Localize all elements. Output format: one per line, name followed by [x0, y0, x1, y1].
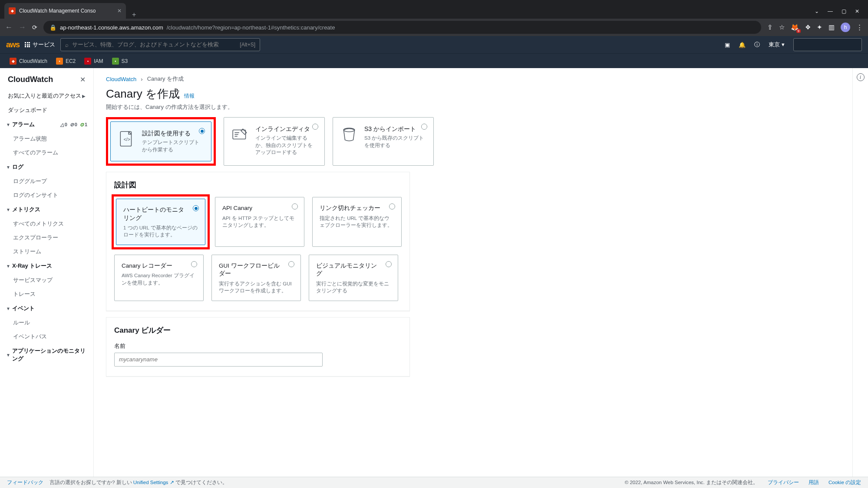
sidebar-item-alarm-state[interactable]: アラーム状態: [0, 132, 93, 146]
unified-settings-link[interactable]: Unified Settings ↗: [133, 480, 174, 485]
right-rail: i: [852, 68, 868, 488]
grid-icon: [25, 42, 30, 47]
method-card-s3[interactable]: S3 からインポート S3 から既存のスクリプトを使用する: [333, 117, 434, 166]
fav-s3[interactable]: ▪S3: [109, 58, 132, 65]
footer: フィードバック 言語の選択をお探しですか? 新しい Unified Settin…: [0, 477, 868, 488]
method-card-title: S3 からインポート: [364, 125, 426, 133]
bp-card-recorder[interactable]: Canary レコーダー AWS Canary Recorder プラグインを使…: [114, 255, 204, 301]
method-card-desc: S3 から既存のスクリプトを使用する: [364, 134, 426, 149]
share-icon[interactable]: ⇪: [767, 23, 773, 31]
bp-desc: 指定された URL で基本的なウェブクローラーを実行します。: [320, 215, 394, 229]
sidebar: CloudWatch ✕ お気に入りと最近のアクセス ▶ ダッシュボード ▼ ア…: [0, 68, 94, 488]
new-tab-button[interactable]: +: [126, 11, 142, 19]
aws-search[interactable]: ⌕ サービス、特徴、ブログ、およびドキュメントなどを検索 [Alt+S]: [60, 38, 260, 51]
bp-desc: API を HTTP ステップとしてモニタリングします。: [222, 215, 297, 229]
inline-editor-icon: [231, 125, 249, 144]
canary-name-input[interactable]: [114, 353, 323, 367]
fav-cloudwatch[interactable]: ◆CloudWatch: [6, 58, 51, 65]
bp-card-visual-mon[interactable]: ビジュアルモニタリング 実行ごとに視覚的な変更をモニタリングする: [309, 255, 398, 301]
sidebar-item-log-groups[interactable]: ロググループ: [0, 174, 93, 188]
close-window-icon[interactable]: ✕: [855, 8, 859, 14]
extensions-puzzle-icon[interactable]: ✦: [817, 23, 822, 31]
sidebar-item-event-bus[interactable]: イベントバス: [0, 330, 93, 344]
radio-icon: [199, 128, 205, 134]
window-controls: ⌄ — ▢ ✕: [806, 8, 868, 19]
back-button[interactable]: ←: [5, 23, 13, 32]
terms-link[interactable]: 用語: [809, 479, 819, 486]
feedback-link[interactable]: フィードバック: [7, 479, 43, 486]
sidebar-item-all-alarms[interactable]: すべてのアラーム: [0, 146, 93, 160]
extension-icon[interactable]: ❖: [805, 23, 811, 31]
sidebar-section-events[interactable]: ▼イベント: [0, 301, 93, 316]
blueprint-doc-icon: </>: [118, 130, 136, 148]
radio-icon: [421, 124, 427, 130]
cloudshell-icon[interactable]: ▣: [725, 42, 730, 48]
method-card-desc: インラインで編集するか、独自のスクリプトをアップロードする: [255, 134, 317, 156]
sidebar-close-icon[interactable]: ✕: [80, 75, 86, 84]
address-bar[interactable]: 🔒 ap-northeast-1.console.aws.amazon.com/…: [43, 21, 761, 34]
info-icon[interactable]: i: [857, 73, 865, 81]
services-label: サービス: [33, 41, 55, 49]
sidebar-item-traces[interactable]: トレース: [0, 287, 93, 301]
tab-close-icon[interactable]: ✕: [117, 8, 122, 14]
method-card-title: インラインエディタ: [255, 125, 317, 133]
method-card-blueprint[interactable]: </> 設計図を使用する テンプレートスクリプトから作業する: [110, 121, 211, 161]
aws-favorites-bar: ◆CloudWatch ▪EC2 ▪IAM ▪S3: [0, 53, 868, 68]
profile-avatar[interactable]: h: [841, 23, 850, 32]
account-menu[interactable]: [793, 38, 862, 51]
bp-card-broken-link[interactable]: リンク切れチェッカー 指定された URL で基本的なウェブクローラーを実行します…: [312, 197, 402, 247]
extension-firefox-icon[interactable]: 🦊9: [791, 23, 799, 31]
bp-title: GUI ワークフロービルダー: [219, 262, 294, 278]
sidebar-section-alarms[interactable]: ▼ アラーム 0 0 1: [0, 117, 93, 132]
fav-iam[interactable]: ▪IAM: [81, 58, 106, 65]
sidebar-item-service-map[interactable]: サービスマップ: [0, 273, 93, 287]
bp-card-api[interactable]: API Canary API を HTTP ステップとしてモニタリングします。: [215, 197, 304, 247]
search-hint: [Alt+S]: [240, 42, 255, 48]
chevron-right-icon: ›: [141, 76, 142, 82]
sidebar-item-rules[interactable]: ルール: [0, 316, 93, 330]
aws-logo[interactable]: aws: [6, 40, 20, 49]
sidebar-item-log-insights[interactable]: ログのインサイト: [0, 188, 93, 202]
notifications-icon[interactable]: 🔔: [739, 42, 746, 48]
minimize-icon[interactable]: —: [828, 8, 833, 14]
breadcrumb-root[interactable]: CloudWatch: [106, 76, 136, 82]
info-link[interactable]: 情報: [184, 92, 195, 100]
cookie-link[interactable]: Cookie の設定: [828, 479, 861, 486]
blueprint-panel-title: 設計図: [114, 180, 402, 190]
bp-card-heartbeat[interactable]: ハートビートのモニタリング 1 つの URL で基本的なページのロードを実行しま…: [116, 199, 205, 245]
ec2-icon: ▪: [56, 58, 63, 65]
alarm-ok-badge: 1: [80, 122, 87, 128]
kebab-menu-icon[interactable]: ⋮: [856, 23, 863, 31]
bp-card-gui-workflow[interactable]: GUI ワークフロービルダー 実行するアクションを含む GUI ワークフローを作…: [211, 255, 301, 301]
method-card-inline[interactable]: インラインエディタ インラインで編集するか、独自のスクリプトをアップロードする: [224, 117, 325, 166]
sidebar-section-xray[interactable]: ▼X-Ray トレース: [0, 259, 93, 273]
sidebar-item-recent[interactable]: お気に入りと最近のアクセス ▶: [0, 88, 93, 103]
region-selector[interactable]: 東京 ▾: [769, 41, 785, 49]
privacy-link[interactable]: プライバシー: [768, 479, 799, 486]
breadcrumb: CloudWatch › Canary を作成: [106, 75, 840, 83]
chevron-down-icon[interactable]: ⌄: [815, 8, 819, 14]
sidebar-section-appmon[interactable]: ▼アプリケーションのモニタリング: [0, 344, 93, 366]
services-menu[interactable]: サービス: [25, 41, 55, 49]
radio-icon: [312, 124, 318, 130]
sidebar-section-logs[interactable]: ▼ログ: [0, 160, 93, 174]
fav-ec2[interactable]: ▪EC2: [53, 58, 79, 65]
reload-button[interactable]: ⟳: [32, 24, 37, 31]
method-card-title: 設計図を使用する: [142, 130, 203, 138]
forward-button[interactable]: →: [19, 23, 26, 32]
side-panel-icon[interactable]: ▥: [828, 23, 835, 31]
highlight-box-blueprint: ハートビートのモニタリング 1 つの URL で基本的なページのロードを実行しま…: [112, 194, 210, 249]
sidebar-item-dashboard[interactable]: ダッシュボード: [0, 103, 93, 117]
bp-desc: AWS Canary Recorder プラグインを使用します。: [122, 272, 196, 286]
maximize-icon[interactable]: ▢: [842, 8, 846, 14]
browser-tab[interactable]: ◆ CloudWatch Management Conso ✕: [4, 3, 126, 19]
breadcrumb-current: Canary を作成: [147, 75, 184, 83]
sidebar-item-streams[interactable]: ストリーム: [0, 245, 93, 259]
star-icon[interactable]: ☆: [779, 23, 785, 31]
sidebar-item-all-metrics[interactable]: すべてのメトリクス: [0, 217, 93, 231]
sidebar-section-metrics[interactable]: ▼メトリクス: [0, 202, 93, 217]
method-card-desc: テンプレートスクリプトから作業する: [142, 139, 203, 153]
browser-toolbar: ← → ⟳ 🔒 ap-northeast-1.console.aws.amazo…: [0, 19, 868, 36]
help-icon[interactable]: ⓘ: [754, 41, 760, 49]
sidebar-item-explorer[interactable]: エクスプローラー: [0, 231, 93, 245]
